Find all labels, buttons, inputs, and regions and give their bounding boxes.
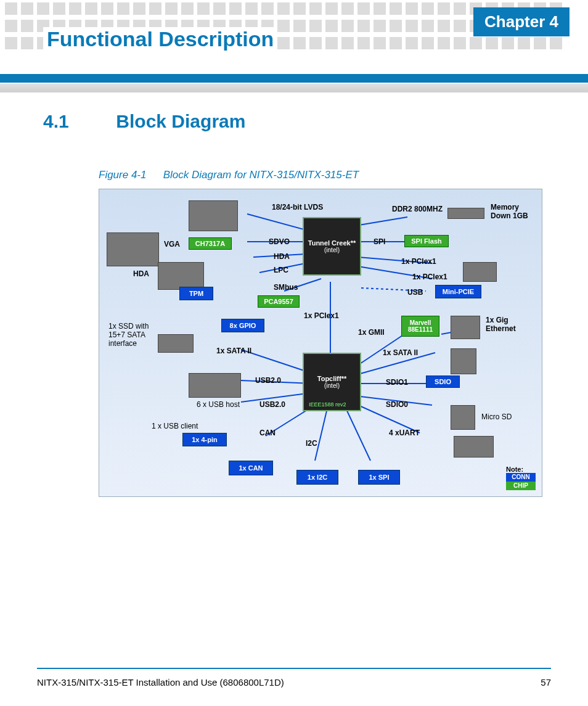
figure-caption-text: Block Diagram for NITX-315/NITX-315-ET — [163, 169, 359, 181]
micro-sd-label: Micro SD — [481, 413, 512, 421]
svg-line-19 — [315, 408, 327, 461]
memory-down-label: Memory Down 1GB — [491, 203, 531, 220]
vga-label: VGA — [164, 240, 180, 248]
mini-pcie-block: Mini-PCIE — [435, 285, 481, 298]
header-grey-rule — [0, 84, 588, 92]
sdvo-label: SDVO — [269, 237, 290, 246]
uart-4x-label: 4 xUART — [389, 429, 420, 437]
legend-chip: CHIP — [506, 482, 536, 490]
hda-in-label: HDA — [133, 269, 149, 278]
hda-speaker-icon — [158, 262, 204, 290]
hda-label: HDA — [274, 252, 290, 261]
footer-rule — [37, 668, 551, 669]
footer-doc-title: NITX-315/NITX-315-ET Installation and Us… — [37, 677, 284, 688]
tunnel-creek-chip: Tunnel Creek** (intel) — [303, 217, 361, 276]
pca9557-chip: PCA9557 — [258, 295, 300, 308]
i2c-1x-block: 1x I2C — [296, 470, 338, 485]
page-number: 57 — [541, 677, 551, 688]
can-label: CAN — [259, 429, 276, 437]
gig-eth-label: 1x Gig Ethernet — [486, 316, 523, 333]
pciex1-b-label: 1x PCIex1 — [412, 273, 447, 281]
block-diagram: 18/24-bit LVDS Tunnel Creek** (intel) DD… — [99, 189, 542, 497]
smbus-label: SMbus — [274, 283, 298, 292]
usb20-a-label: USB2.0 — [255, 376, 281, 385]
spi-label: SPI — [374, 237, 385, 246]
spi-1x-block: 1x SPI — [358, 470, 400, 485]
ch7317a-chip: CH7317A — [189, 237, 232, 250]
topcliff-label: Topcliff** — [317, 375, 346, 382]
lpc-label: LPC — [274, 266, 288, 274]
figure-label: Figure 4-1 — [99, 169, 160, 181]
page-content: 4.1 Block Diagram Figure 4-1 Block Diagr… — [43, 111, 549, 497]
legend-conn: CONN — [506, 473, 536, 482]
sata-ii-a-label: 1x SATA II — [216, 347, 251, 355]
sdio-block: SDIO — [426, 376, 460, 388]
svg-line-20 — [346, 408, 370, 461]
sdio1-label: SDIO1 — [386, 378, 408, 387]
ssd-icon — [158, 334, 194, 353]
tunnel-creek-label: Tunnel Creek** — [308, 239, 356, 247]
intel-logo-1: (intel) — [324, 247, 340, 253]
intel-logo-2: (intel) — [324, 382, 340, 389]
spi-flash-chip: SPI Flash — [404, 235, 449, 247]
micro-sd-icon — [451, 405, 475, 430]
gmii-label: 1x GMII — [358, 328, 385, 337]
connector-icon-1 — [463, 262, 497, 282]
sata-ii-b-label: 1x SATA II — [383, 348, 418, 357]
figure-caption: Figure 4-1 Block Diagram for NITX-315/NI… — [99, 169, 549, 181]
ddr2-label: DDR2 800MHZ — [392, 205, 443, 213]
usb20-b-label: USB2.0 — [259, 400, 285, 409]
i2c-label: I2C — [306, 439, 317, 448]
header-blue-rule — [0, 74, 588, 83]
ssd-sata-label: 1x SSD with 15+7 SATA interface — [108, 322, 155, 348]
lvds-label: 18/24-bit LVDS — [272, 203, 323, 211]
marvell-chip: Marvell 88E1111 — [401, 316, 439, 337]
pin-1x4-block: 1x 4-pin — [182, 433, 227, 446]
chapter-badge: Chapter 4 — [473, 7, 570, 36]
pciex1-c-label: 1x PCIex1 — [304, 311, 339, 320]
lvds-panel-icon — [189, 200, 238, 231]
note-title: Note: — [506, 466, 536, 473]
section-number: 4.1 — [43, 111, 111, 132]
section-heading: 4.1 Block Diagram — [43, 111, 549, 132]
usb-host-icon — [189, 373, 241, 398]
pciex1-a-label: 1x PCIex1 — [401, 257, 436, 266]
gpio-8x-block: 8x GPIO — [221, 319, 264, 332]
vga-monitor-icon — [107, 232, 159, 266]
can-1x-block: 1x CAN — [229, 461, 273, 475]
usb-client-1x-label: 1 x USB client — [152, 422, 198, 430]
tpm-block: TPM — [179, 287, 213, 300]
sata-conn-icon — [451, 348, 476, 374]
sdio0-label: SDIO0 — [386, 400, 408, 409]
legend-note: Note: CONN CHIP — [506, 466, 536, 490]
usb-label: USB — [407, 288, 423, 297]
memory-module-icon — [447, 208, 484, 219]
section-title: Block Diagram — [116, 111, 245, 131]
ieee1588-label: IEEE1588 rev2 — [309, 401, 346, 408]
usb-host-6x-label: 6 x USB host — [197, 400, 240, 409]
chapter-title: Functional Description — [43, 27, 277, 51]
serial-conn-icon — [454, 436, 494, 458]
ethernet-jack-icon — [451, 316, 480, 339]
